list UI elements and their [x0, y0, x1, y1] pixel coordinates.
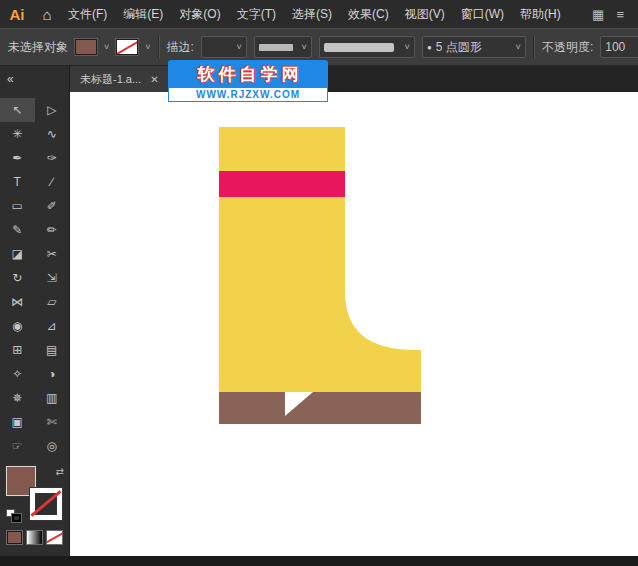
divider [158, 36, 160, 58]
chevron-down-icon[interactable]: ˅ [145, 43, 150, 52]
scissors-tool[interactable]: ✂ [35, 242, 70, 266]
menu-help[interactable]: 帮助(H) [512, 0, 569, 28]
eraser-tool[interactable]: ◪ [0, 242, 35, 266]
none-button[interactable] [46, 530, 63, 545]
width-profile-select[interactable]: ˅ [254, 36, 312, 58]
menu-object[interactable]: 对象(O) [171, 0, 228, 28]
brush-name-select[interactable]: ● 5 点圆形 ˅ [422, 36, 526, 58]
tool-icon: ✏ [47, 223, 57, 237]
selection-status: 未选择对象 [8, 39, 68, 56]
tool-icon: ✧ [12, 367, 22, 381]
menu-effect[interactable]: 效果(C) [340, 0, 397, 28]
tool-icon: ⇲ [47, 271, 57, 285]
line-segment-tool[interactable]: ∕ [35, 170, 70, 194]
zoom-tool[interactable]: ◎ [35, 434, 70, 458]
mesh-tool[interactable]: ⊞ [0, 338, 35, 362]
blend-tool[interactable]: ◑ [35, 362, 70, 386]
brush-dot-icon: ● [427, 43, 432, 52]
chevron-down-icon: ˅ [237, 43, 242, 52]
boot-stripe-shape[interactable] [219, 171, 345, 197]
opacity-label: 不透明度: [542, 39, 593, 56]
hand-tool[interactable]: ☞ [0, 434, 35, 458]
tools-panel-header: « [0, 66, 70, 92]
tool-icon: ✳ [12, 127, 22, 141]
fill-stroke-indicator: ⇄ [6, 466, 64, 524]
artboard-tool[interactable]: ▣ [0, 410, 35, 434]
gradient-button[interactable] [26, 530, 43, 545]
direct-selection-tool[interactable]: ▷ [35, 98, 70, 122]
tool-icon: ⋈ [11, 295, 23, 309]
symbol-sprayer-tool[interactable]: ✵ [0, 386, 35, 410]
stroke-color-swatch[interactable] [116, 39, 138, 55]
menu-edit[interactable]: 编辑(E) [115, 0, 171, 28]
paintbrush-tool[interactable]: ✐ [35, 194, 70, 218]
boot-sole-shape[interactable] [219, 392, 421, 424]
column-graph-tool[interactable]: ▥ [35, 386, 70, 410]
illustrator-logo[interactable]: Ai [0, 6, 34, 23]
scale-tool[interactable]: ⇲ [35, 266, 70, 290]
stroke-color-box[interactable] [30, 488, 62, 520]
color-button[interactable] [6, 530, 23, 545]
boot-body-shape[interactable] [219, 127, 421, 392]
eyedropper-tool[interactable]: ✧ [0, 362, 35, 386]
collapse-panel-icon[interactable]: « [7, 72, 14, 86]
width-tool[interactable]: ⋈ [0, 290, 35, 314]
stroke-weight-select[interactable]: ˅ [201, 36, 247, 58]
workspace-switcher-icon[interactable]: ▦ [592, 7, 604, 22]
tool-icon: ▥ [46, 391, 57, 405]
tool-icon: ✑ [47, 151, 57, 165]
status-strip [0, 556, 638, 566]
menu-select[interactable]: 选择(S) [284, 0, 340, 28]
tool-icon: ↖ [12, 103, 22, 117]
gradient-tool[interactable]: ▤ [35, 338, 70, 362]
tool-icon: ⊞ [12, 343, 22, 357]
shaper-tool[interactable]: ✏ [35, 218, 70, 242]
rectangle-tool[interactable]: ▭ [0, 194, 35, 218]
menu-list: 文件(F) 编辑(E) 对象(O) 文字(T) 选择(S) 效果(C) 视图(V… [60, 0, 569, 28]
tool-icon: ▷ [47, 103, 56, 117]
menu-bar: Ai ⌂ 文件(F) 编辑(E) 对象(O) 文字(T) 选择(S) 效果(C)… [0, 0, 638, 28]
boot-illustration [70, 92, 638, 556]
default-fill-stroke-icon[interactable] [6, 509, 21, 522]
tool-icon: ▭ [12, 199, 23, 213]
free-transform-tool[interactable]: ▱ [35, 290, 70, 314]
width-profile-preview [259, 44, 293, 51]
lasso-tool[interactable]: ∿ [35, 122, 70, 146]
tool-icon: ↻ [12, 271, 22, 285]
default-stroke-square [12, 514, 21, 522]
magic-wand-tool[interactable]: ✳ [0, 122, 35, 146]
slice-tool[interactable]: ✄ [35, 410, 70, 434]
tool-icon: ∿ [47, 127, 57, 141]
watermark-url: WWW.RJZXW.COM [168, 88, 328, 102]
menu-file[interactable]: 文件(F) [60, 0, 115, 28]
menu-view[interactable]: 视图(V) [397, 0, 453, 28]
curvature-tool[interactable]: ✑ [35, 146, 70, 170]
pencil-tool[interactable]: ✎ [0, 218, 35, 242]
swap-fill-stroke-icon[interactable]: ⇄ [56, 466, 64, 477]
arrange-documents-icon[interactable]: ≡ [616, 7, 624, 22]
fill-color-swatch[interactable] [75, 39, 97, 55]
tool-icon: ◪ [12, 247, 23, 261]
tool-icon: ◉ [12, 319, 22, 333]
close-icon[interactable]: ✕ [150, 74, 158, 85]
menu-window[interactable]: 窗口(W) [453, 0, 512, 28]
tool-icon: ▤ [46, 343, 57, 357]
tool-icon: ∕ [51, 175, 53, 189]
home-icon[interactable]: ⌂ [34, 6, 60, 23]
document-tab[interactable]: 未标题-1.a... ✕ [70, 66, 170, 92]
type-tool[interactable]: T [0, 170, 35, 194]
tool-icon: ◎ [47, 439, 57, 453]
chevron-down-icon[interactable]: ˅ [104, 43, 109, 52]
tool-icon: ⊿ [47, 319, 57, 333]
tool-icon: ✂ [47, 247, 57, 261]
opacity-input[interactable]: 100 [600, 36, 638, 58]
selection-tool[interactable]: ↖ [0, 98, 35, 122]
artboard-canvas[interactable] [70, 92, 638, 556]
menu-type[interactable]: 文字(T) [229, 0, 284, 28]
pen-tool[interactable]: ✒ [0, 146, 35, 170]
chevron-down-icon: ˅ [302, 43, 307, 52]
shape-builder-tool[interactable]: ◉ [0, 314, 35, 338]
brush-definition-select[interactable]: ˅ [319, 36, 415, 58]
rotate-tool[interactable]: ↻ [0, 266, 35, 290]
perspective-grid-tool[interactable]: ⊿ [35, 314, 70, 338]
